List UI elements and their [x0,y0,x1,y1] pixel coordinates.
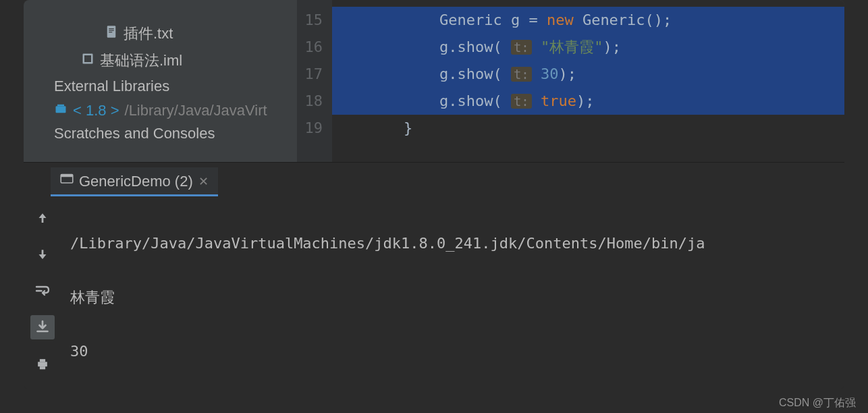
down-stack-icon[interactable] [30,242,55,267]
line-number: 17 [297,61,323,88]
project-tree: 插件.txt 基础语法.iml External Libraries < 1.8… [24,0,297,162]
scratches-consoles[interactable]: Scratches and Consoles [30,119,297,142]
tree-label: External Libraries [54,78,169,95]
svg-rect-1 [109,28,114,29]
soft-wrap-icon[interactable] [30,279,55,303]
run-console: GenericDemo (2) ✕ /Library/Java/JavaVirt… [24,162,844,389]
console-toolbar [24,196,61,389]
code-line: Generic g = new Generic(); [332,7,844,34]
svg-rect-5 [84,55,91,62]
param-hint: t: [511,94,532,109]
console-line: 30 [70,338,844,365]
code-editor[interactable]: Generic g = new Generic(); g.show( t: "林… [332,0,844,162]
svg-rect-10 [38,362,47,366]
tree-label: Scratches and Consoles [54,125,215,142]
editor-gutter: 15 16 17 18 19 [297,0,332,162]
tree-label: 基础语法.iml [100,51,182,71]
svg-rect-2 [109,30,114,31]
tree-item-file-txt[interactable]: 插件.txt [30,20,297,47]
svg-rect-7 [57,105,64,107]
svg-rect-6 [56,106,66,113]
close-icon[interactable]: ✕ [198,174,209,189]
scroll-to-end-icon[interactable] [30,315,55,339]
svg-rect-3 [109,32,112,32]
code-line: g.show( t: true); [332,88,844,115]
svg-rect-9 [61,175,73,177]
line-number: 15 [297,7,323,34]
param-hint: t: [511,67,532,82]
line-number: 16 [297,34,323,61]
code-line: g.show( t: "林青霞"); [332,34,844,61]
param-hint: t: [511,40,532,55]
svg-rect-12 [39,366,45,369]
run-config-icon [60,173,74,190]
print-icon[interactable] [30,352,55,376]
jdk-entry[interactable]: < 1.8 > /Library/Java/JavaVirt [30,99,297,119]
console-line: /Library/Java/JavaVirtualMachines/jdk1.8… [70,230,844,257]
tree-label: 插件.txt [124,24,173,44]
watermark: CSDN @丁佑强 [779,396,856,410]
external-libraries[interactable]: External Libraries [30,74,297,99]
up-stack-icon[interactable] [30,206,55,230]
code-line: g.show( t: 30); [332,61,844,88]
jdk-path: /Library/Java/JavaVirt [125,102,267,119]
code-line: } [332,115,844,142]
library-icon [54,102,67,119]
console-line: 林青霞 [70,284,844,311]
run-tab-active[interactable]: GenericDemo (2) ✕ [51,167,218,196]
module-file-icon [81,52,94,70]
text-file-icon [105,25,118,43]
jdk-version: < 1.8 > [73,102,119,119]
run-tab-label: GenericDemo (2) [79,173,193,190]
tree-item-file-iml[interactable]: 基础语法.iml [30,47,297,74]
run-tabbar: GenericDemo (2) ✕ [24,163,844,196]
line-number: 19 [297,115,323,142]
line-number: 18 [297,88,323,115]
console-output[interactable]: /Library/Java/JavaVirtualMachines/jdk1.8… [61,196,844,389]
svg-rect-11 [39,359,45,362]
